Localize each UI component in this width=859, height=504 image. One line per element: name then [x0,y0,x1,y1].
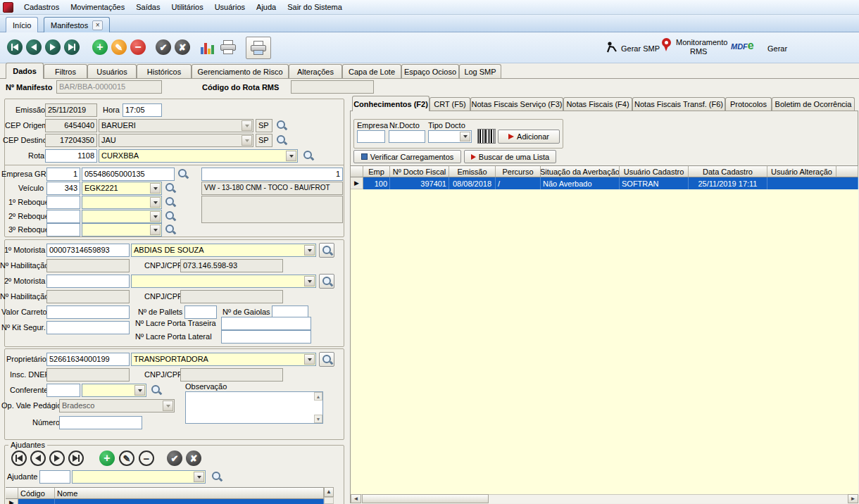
origem-uf-field[interactable]: SP [256,119,272,132]
chevron-down-icon[interactable] [150,211,161,222]
lacre-traseira-field[interactable] [221,317,311,330]
chevron-down-icon[interactable] [242,120,252,131]
numero-field[interactable] [59,416,142,429]
adicionar-button[interactable]: Adicionar [498,130,560,144]
tab-boletim[interactable]: Boletim de Ocorrência [772,97,855,111]
menu-item-cadastros[interactable]: Cadastros [18,1,65,13]
barcode-icon[interactable] [477,129,496,144]
scroll-up-icon[interactable]: ▲ [314,392,322,401]
cell-percurso[interactable]: / [496,177,541,189]
scroll-right-icon[interactable]: ► [848,494,858,503]
scroll-thumb[interactable] [362,494,489,503]
proprietario-combo[interactable]: TRANSPORTADORA [131,353,316,366]
chevron-down-icon[interactable] [286,151,296,161]
ajudante-cancel-button[interactable]: ✘ [186,451,201,466]
chevron-down-icon[interactable] [304,276,315,286]
gerar-smp-button[interactable]: Gerar SMP [621,44,660,53]
grid-col-docto[interactable]: Nº Docto Fiscal [390,165,449,177]
veiculo-codigo-field[interactable]: 343 [46,182,80,195]
grid-col-situacao[interactable]: Situação da Averbação [541,165,620,177]
habilitacao2-field[interactable] [46,290,130,303]
empresa-field[interactable] [357,130,385,143]
tab-log-smp[interactable]: Log SMP [459,64,501,78]
rota-rms-field[interactable] [291,80,374,94]
chevron-down-icon[interactable] [150,197,161,208]
proprietario-search-button[interactable] [319,352,334,367]
origem-cidade-combo[interactable]: BARUERI [99,119,253,132]
proprietario-cpf-field[interactable] [180,368,283,382]
cep-destino-field[interactable]: 17204350 [45,134,97,147]
chevron-down-icon[interactable] [460,132,470,141]
print-preview-button[interactable] [246,37,271,59]
cell-data-cadastro[interactable]: 25/11/2019 17:11 [689,177,767,189]
rota-combo[interactable]: CURXBBA [99,149,298,163]
motorista2-cpf-field[interactable] [180,290,283,303]
reboque2-codigo-field[interactable] [46,210,80,223]
verificar-carregamentos-button[interactable]: Verificar Carregamentos [353,150,461,163]
grid-col-emp[interactable]: Emp [363,165,390,177]
chevron-down-icon[interactable] [134,385,145,396]
monitoramento-rms-button[interactable]: Monitoramento [676,38,727,46]
tab-gerenciamento-risco[interactable]: Gerenciamento de Risco [192,64,289,78]
tab-alteracoes[interactable]: Alterações [289,64,342,78]
cep-origem-field[interactable]: 6454040 [45,119,97,132]
ajudantes-grid-scroll-up[interactable]: ▲ [324,487,334,497]
buscar-lista-button[interactable]: Buscar de uma Lista [464,150,556,163]
nr-docto-field[interactable] [389,130,425,143]
chart-button[interactable] [201,40,215,54]
ajudante-search-icon[interactable] [211,471,222,482]
ajudante-nav-next-button[interactable] [49,451,65,466]
reboque3-search-icon[interactable] [165,224,176,235]
vale-pedagio-combo[interactable]: Bradesco [59,399,175,412]
cell-usuario-alteracao[interactable] [767,177,858,189]
motorista2-combo[interactable] [131,275,316,288]
insc-dner-field[interactable] [46,368,130,382]
rota-codigo-field[interactable]: 1108 [45,149,97,163]
confirm-button[interactable]: ✔ [156,39,171,55]
menu-item-utilitarios[interactable]: Utilitários [165,1,208,13]
origem-search-icon[interactable] [276,120,287,131]
tab-usuarios[interactable]: Usuários [87,64,137,78]
scroll-down-icon[interactable]: ▼ [314,415,322,423]
veiculo-search-icon[interactable] [165,182,176,194]
motorista1-search-button[interactable] [319,243,334,258]
ajudante-delete-button[interactable]: − [139,451,154,466]
reboque1-combo[interactable] [82,196,162,209]
proprietario-codigo-field[interactable]: 52661634000199 [46,353,130,366]
ajudante-combo[interactable] [72,470,206,484]
conferente-search-icon[interactable] [151,384,162,396]
conferente-combo[interactable] [82,384,146,397]
menu-item-sair[interactable]: Sair do Sistema [282,1,348,13]
cell-docto[interactable]: 397401 [390,177,449,189]
ajudante-nav-first-button[interactable] [11,451,27,466]
ajudante-codigo-field[interactable] [39,470,70,484]
tab-inicio[interactable]: Início [6,17,38,32]
valor-carreto-field[interactable] [46,305,130,319]
ajudante-confirm-button[interactable]: ✔ [167,451,182,466]
habilitacao1-field[interactable] [46,259,130,272]
empresa-gris-nome-field[interactable]: 1 [201,168,343,181]
tab-nf-servico[interactable]: Notas Fiscais Serviço (F3) [470,97,563,111]
reboque2-combo[interactable] [82,210,162,223]
print-button[interactable] [220,40,237,54]
ajudantes-grid-col-nome[interactable]: Nome [55,487,324,499]
motorista1-cpf-field[interactable]: 073.146.598-93 [180,259,283,272]
tab-protocolos[interactable]: Protocolos [725,97,772,111]
reboque3-codigo-field[interactable] [46,223,80,237]
chevron-down-icon[interactable] [304,245,315,256]
tab-filtros[interactable]: Filtros [44,64,87,78]
menu-item-movimentacoes[interactable]: Movimentações [65,1,130,13]
veiculo-placa-combo[interactable]: EGK2221 [82,182,162,195]
tipo-docto-combo[interactable] [428,130,472,143]
cell-emp[interactable]: 100 [363,177,390,189]
menu-item-saidas[interactable]: Saídas [130,1,165,13]
reboque1-codigo-field[interactable] [46,196,80,209]
tab-conhecimentos[interactable]: Conhecimentos (F2) [352,96,430,111]
add-button[interactable]: + [92,39,108,55]
hora-field[interactable]: 17:05 [123,103,162,117]
tab-dados[interactable]: Dados [6,63,44,79]
mdfe-gerar-button[interactable]: Gerar [767,44,787,53]
tab-nf-transf[interactable]: Notas Fiscais Transf. (F6) [632,97,725,111]
grid-col-data-cadastro[interactable]: Data Cadastro [689,165,767,177]
cell-usuario-cadastro[interactable]: SOFTRAN [620,177,689,189]
